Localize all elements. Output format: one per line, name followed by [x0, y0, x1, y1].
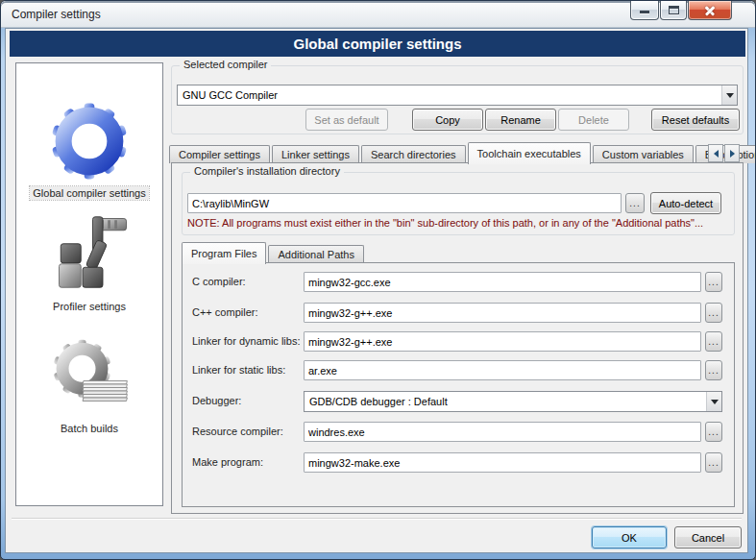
window-controls: [629, 1, 732, 20]
subtab-program-files[interactable]: Program Files: [182, 242, 266, 264]
dialog-client-area: Global compiler settings: [5, 28, 748, 553]
resource-compiler-label: Resource compiler:: [192, 426, 283, 437]
compiler-select[interactable]: GNU GCC Compiler: [177, 85, 738, 106]
cancel-button[interactable]: Cancel: [674, 526, 742, 548]
settings-tab-strip: Compiler settings Linker settings Search…: [169, 141, 756, 163]
page-title-banner: Global compiler settings: [10, 31, 745, 57]
rename-button[interactable]: Rename: [485, 109, 556, 131]
sidebar-item-batch-builds[interactable]: Batch builds: [16, 337, 162, 435]
tab-search-directories[interactable]: Search directories: [361, 145, 466, 163]
chevron-left-icon: [714, 150, 719, 158]
program-files-panel: C compiler: ... C++ compiler: ... Linker…: [182, 262, 735, 507]
tab-custom-variables[interactable]: Custom variables: [593, 145, 694, 163]
gray-gear-stack-icon: [49, 337, 130, 418]
static-linker-label: Linker for static libs:: [192, 364, 285, 376]
reset-defaults-button[interactable]: Reset defaults: [651, 109, 740, 131]
make-program-input[interactable]: [304, 452, 701, 473]
c-compiler-label: C compiler:: [192, 276, 246, 287]
page-title: Global compiler settings: [293, 36, 461, 52]
maximize-icon: [669, 6, 679, 14]
tab-toolchain-executables[interactable]: Toolchain executables: [468, 142, 591, 164]
sidebar-item-label: Global compiler settings: [30, 186, 148, 200]
tab-compiler-settings[interactable]: Compiler settings: [169, 145, 270, 163]
delete-button[interactable]: Delete: [558, 109, 629, 131]
dynamic-linker-input[interactable]: [304, 331, 701, 352]
cpp-compiler-browse-button[interactable]: ...: [705, 303, 722, 323]
auto-detect-button[interactable]: Auto-detect: [650, 192, 721, 214]
c-compiler-input[interactable]: [304, 272, 701, 292]
dynamic-linker-browse-button[interactable]: ...: [705, 331, 722, 352]
settings-category-list: Global compiler settings: [15, 62, 163, 506]
blue-gear-icon: [48, 100, 131, 183]
chevron-right-icon: [730, 150, 735, 158]
caliper-icon: [49, 215, 130, 296]
resource-compiler-input[interactable]: [304, 422, 701, 442]
footer-separator: [12, 518, 742, 520]
compiler-settings-window: Compiler settings Global compiler settin…: [0, 0, 756, 560]
chevron-down-icon: [726, 93, 734, 98]
copy-button[interactable]: Copy: [412, 109, 483, 131]
minimize-button[interactable]: [630, 1, 659, 20]
selected-compiler-group-label: Selected compiler: [180, 59, 271, 70]
c-compiler-browse-button[interactable]: ...: [705, 272, 722, 292]
tab-linker-settings[interactable]: Linker settings: [272, 145, 359, 163]
installation-directory-browse-button[interactable]: ...: [625, 193, 645, 213]
make-program-label: Make program:: [192, 456, 263, 468]
resource-compiler-browse-button[interactable]: ...: [705, 422, 722, 442]
installation-directory-input[interactable]: [187, 193, 622, 213]
titlebar[interactable]: Compiler settings: [1, 1, 755, 28]
maximize-button[interactable]: [660, 1, 687, 20]
close-icon: [704, 10, 716, 12]
chevron-down-icon: [711, 400, 719, 404]
compiler-select-value: GNU GCC Compiler: [178, 89, 721, 101]
cpp-compiler-label: C++ compiler:: [192, 306, 257, 318]
ok-button[interactable]: OK: [592, 526, 667, 548]
set-as-default-button[interactable]: Set as default: [305, 109, 388, 131]
sidebar-item-label: Profiler settings: [50, 300, 129, 313]
subtab-additional-paths[interactable]: Additional Paths: [268, 245, 364, 263]
window-title: Compiler settings: [12, 8, 101, 21]
debugger-select[interactable]: GDB/CDB debugger : Default: [304, 391, 722, 412]
debugger-label: Debugger:: [192, 395, 241, 406]
make-program-browse-button[interactable]: ...: [705, 452, 722, 473]
sidebar-item-profiler-settings[interactable]: Profiler settings: [16, 215, 162, 313]
tab-scroll-left-button[interactable]: [708, 144, 723, 162]
tab-scroll-right-button[interactable]: [724, 144, 740, 162]
debugger-select-value: GDB/CDB debugger : Default: [305, 396, 706, 407]
sidebar-item-label: Batch builds: [58, 422, 121, 435]
sidebar-item-global-compiler-settings[interactable]: Global compiler settings: [16, 100, 162, 200]
static-linker-input[interactable]: [304, 360, 701, 380]
paths-subtab-strip: Program Files Additional Paths: [182, 240, 366, 263]
close-button[interactable]: [688, 1, 732, 20]
cpp-compiler-input[interactable]: [304, 303, 701, 323]
minimize-icon: [640, 11, 649, 13]
toolchain-executables-panel: Compiler's installation directory ... Au…: [171, 162, 744, 514]
static-linker-browse-button[interactable]: ...: [705, 360, 722, 380]
installation-directory-group-label: Compiler's installation directory: [190, 165, 344, 177]
dynamic-linker-label: Linker for dynamic libs:: [192, 335, 301, 347]
installation-note: NOTE: All programs must exist either in …: [187, 217, 725, 229]
